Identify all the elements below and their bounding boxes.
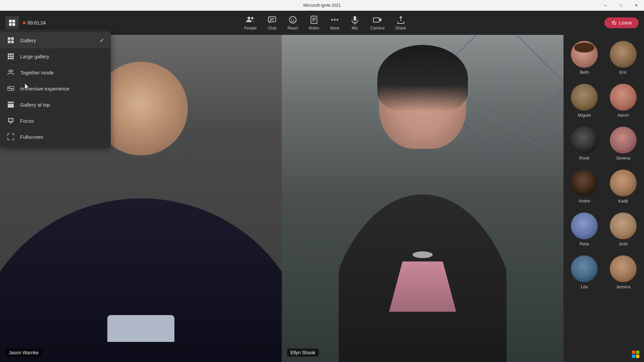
menu-item-gallery-at-top[interactable]: Gallery at top	[0, 97, 111, 113]
menu-item-large-gallery[interactable]: Large gallery	[0, 48, 111, 64]
share-icon	[396, 15, 406, 24]
svg-rect-25	[8, 41, 10, 43]
svg-rect-19	[354, 16, 356, 21]
svg-point-11	[293, 19, 294, 20]
chat-button[interactable]: Chat	[267, 15, 277, 31]
avatar-reta	[571, 213, 598, 239]
participant-rook[interactable]: Rook	[566, 123, 602, 164]
together-mode-label: Together mode	[20, 70, 54, 75]
svg-rect-6	[268, 17, 276, 22]
chat-label: Chat	[268, 26, 276, 31]
avatar-kadji	[610, 170, 637, 196]
svg-rect-44	[13, 102, 14, 103]
mic-icon	[350, 15, 360, 24]
ms-logo-red	[632, 351, 635, 354]
toolbar-left: 00:01:24	[5, 16, 46, 29]
participant-andre[interactable]: Andre	[566, 166, 602, 206]
svg-point-4	[248, 17, 250, 19]
gallery-at-top-label: Gallery at top	[20, 102, 50, 108]
mic-button[interactable]: Mic	[350, 15, 360, 31]
focus-label: Focus	[20, 118, 34, 124]
svg-rect-41	[8, 102, 9, 103]
svg-rect-32	[12, 56, 14, 57]
svg-rect-47	[9, 119, 13, 121]
svg-rect-3	[12, 23, 15, 26]
participant-name-miguel: Miguel	[578, 113, 591, 118]
svg-rect-23	[8, 37, 10, 40]
avatar-josh	[610, 213, 637, 239]
notes-button[interactable]: Notes	[309, 15, 319, 31]
participant-name-eric: Eric	[620, 70, 627, 75]
participant-jessica[interactable]: Jessica	[605, 252, 641, 292]
immersive-icon	[7, 84, 15, 93]
ms-logo-green	[636, 351, 639, 354]
more-icon	[330, 15, 339, 24]
avatar-miguel	[571, 84, 598, 111]
svg-rect-33	[8, 58, 9, 59]
participant-reta[interactable]: Reta	[566, 209, 602, 249]
more-label: More	[330, 26, 339, 31]
participant-lila[interactable]: Lila	[566, 252, 602, 292]
leave-button[interactable]: Leave	[604, 17, 639, 28]
react-label: React	[287, 26, 298, 31]
participants-sidebar: Beth Eric Miguel Aaron Rook Serena Andre	[564, 35, 644, 362]
svg-point-5	[251, 17, 254, 19]
participant-name-reta: Reta	[580, 241, 589, 246]
participant-aaron[interactable]: Aaron	[605, 80, 641, 121]
participant-name-andre: Andre	[579, 198, 590, 203]
camera-button[interactable]: Camera	[370, 15, 385, 31]
participant-name-serena: Serena	[616, 156, 630, 161]
svg-rect-27	[8, 53, 9, 55]
menu-item-together-mode[interactable]: Together mode	[0, 64, 111, 80]
maximize-button[interactable]: □	[613, 0, 629, 11]
participant-serena[interactable]: Serena	[605, 123, 641, 164]
svg-rect-26	[11, 41, 14, 43]
avatar-jessica	[610, 255, 637, 282]
react-icon	[288, 15, 298, 24]
avatar-beth	[571, 41, 598, 68]
menu-item-immersive[interactable]: Immersive experience	[0, 80, 111, 97]
video-panel-right: Ellyn Shook	[282, 35, 564, 362]
participant-beth[interactable]: Beth	[566, 38, 602, 78]
call-timer: 00:01:24	[23, 20, 46, 25]
participant-eric[interactable]: Eric	[605, 38, 641, 78]
participant-kadji[interactable]: Kadji	[605, 166, 641, 206]
video-name-right: Ellyn Shook	[287, 349, 319, 357]
participant-josh[interactable]: Josh	[605, 209, 641, 249]
participant-name-rook: Rook	[579, 156, 589, 161]
participant-name-lila: Lila	[581, 284, 588, 289]
layout-button[interactable]	[5, 16, 19, 29]
svg-rect-8	[270, 20, 273, 20]
large-gallery-icon	[7, 52, 15, 60]
menu-item-gallery[interactable]: Gallery ✓	[0, 32, 111, 48]
notes-icon	[309, 15, 319, 24]
participant-miguel[interactable]: Miguel	[566, 80, 602, 121]
menu-item-fullscreen[interactable]: Fullscreen	[0, 129, 111, 145]
notes-label: Notes	[309, 26, 319, 31]
participant-name-beth: Beth	[580, 70, 589, 75]
svg-rect-31	[10, 56, 12, 57]
toolbar-right: Leave	[604, 17, 639, 28]
react-button[interactable]: React	[287, 15, 298, 31]
share-button[interactable]: Share	[395, 15, 406, 31]
together-mode-icon	[7, 68, 15, 76]
share-label: Share	[395, 26, 406, 31]
svg-rect-28	[10, 53, 12, 55]
svg-point-36	[9, 70, 11, 72]
gallery-at-top-icon	[7, 101, 15, 109]
minimize-button[interactable]: ─	[598, 0, 613, 11]
close-button[interactable]: ✕	[629, 0, 644, 11]
immersive-label: Immersive experience	[20, 86, 69, 92]
svg-rect-0	[9, 20, 12, 22]
menu-item-focus[interactable]: Focus	[0, 113, 111, 129]
focus-icon	[7, 117, 15, 125]
layout-dropdown-menu: Gallery ✓ Large gallery	[0, 29, 111, 147]
svg-rect-34	[10, 58, 12, 59]
more-button[interactable]: More	[330, 15, 339, 31]
chat-icon	[267, 15, 277, 24]
window-controls: ─ □ ✕	[598, 0, 644, 11]
svg-rect-48	[10, 123, 12, 123]
mic-label: Mic	[352, 26, 358, 31]
svg-rect-29	[12, 53, 14, 55]
people-button[interactable]: People	[244, 15, 257, 31]
